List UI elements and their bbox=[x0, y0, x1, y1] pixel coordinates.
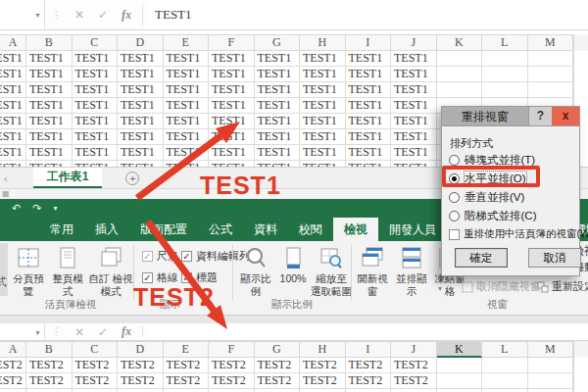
cell[interactable]: TEST1 bbox=[209, 145, 255, 161]
column-header-D[interactable]: D bbox=[118, 34, 164, 51]
cell[interactable]: TEST1 bbox=[346, 145, 392, 161]
ribbon-tab-0[interactable]: 常用 bbox=[39, 218, 84, 241]
sheet-tab[interactable]: 工作表1 bbox=[33, 168, 103, 188]
cell[interactable]: TEST1 bbox=[300, 82, 346, 98]
cell[interactable]: TEST1 bbox=[26, 67, 73, 82]
ribbon-tab-6[interactable]: 檢視 bbox=[333, 218, 378, 241]
column-header-F[interactable]: F bbox=[209, 34, 255, 51]
cell[interactable] bbox=[437, 373, 483, 389]
formula-bar[interactable]: TEST1 bbox=[147, 0, 588, 29]
cell[interactable] bbox=[528, 67, 574, 82]
cell[interactable]: TEST1 bbox=[209, 51, 255, 67]
column-header-M[interactable]: M bbox=[528, 34, 574, 51]
cell[interactable]: TEST1 bbox=[300, 145, 346, 161]
cancel-icon[interactable]: ✕ bbox=[68, 325, 91, 339]
cell[interactable] bbox=[437, 358, 483, 373]
cell[interactable]: TEST2 bbox=[300, 358, 346, 373]
cell[interactable]: TEST1 bbox=[73, 145, 119, 161]
cell[interactable]: TEST1 bbox=[26, 51, 73, 67]
column-header-J[interactable]: J bbox=[391, 34, 437, 51]
column-header-B[interactable]: B bbox=[26, 34, 73, 51]
cell[interactable]: TEST2 bbox=[164, 373, 210, 389]
cell[interactable] bbox=[437, 82, 483, 98]
column-header-G[interactable]: G bbox=[255, 341, 301, 358]
cell[interactable]: TEST1 bbox=[0, 98, 26, 114]
cell[interactable] bbox=[482, 82, 528, 98]
cell[interactable]: TEST1 bbox=[346, 98, 392, 114]
column-header-L[interactable]: L bbox=[482, 341, 528, 358]
page-break-preview-button[interactable]: 分頁預覽 bbox=[10, 245, 47, 297]
arrange-all-button[interactable]: 並排顯示 bbox=[393, 245, 430, 297]
ribbon-tab-4[interactable]: 資料 bbox=[243, 218, 288, 241]
cell[interactable]: TEST1 bbox=[209, 82, 255, 98]
arrange-option-3[interactable]: 階梯式並排(C) bbox=[449, 207, 536, 225]
cell[interactable]: TEST1 bbox=[255, 129, 301, 145]
cell[interactable]: TEST1 bbox=[73, 114, 119, 129]
cell[interactable]: TEST1 bbox=[0, 114, 26, 129]
cell[interactable]: TEST1 bbox=[26, 114, 73, 129]
cell[interactable]: TEST1 bbox=[391, 129, 437, 145]
cell[interactable]: TEST1 bbox=[118, 98, 164, 114]
cell[interactable]: TEST1 bbox=[346, 82, 392, 98]
sheet-grid-2[interactable]: ABCDEFGHIJKLMTEST2TEST2TEST2TEST2TEST2TE… bbox=[0, 341, 588, 392]
cell[interactable]: TEST2 bbox=[209, 373, 255, 389]
tab-nav-left-icon[interactable]: ‹ bbox=[0, 172, 14, 184]
column-header-D[interactable]: D bbox=[118, 341, 164, 358]
column-header-F[interactable]: F bbox=[209, 341, 255, 358]
cell[interactable]: TEST1 bbox=[209, 129, 255, 145]
cell[interactable]: TEST1 bbox=[164, 129, 210, 145]
close-icon[interactable]: x bbox=[552, 107, 579, 125]
ribbon-tab-5[interactable]: 校閱 bbox=[288, 218, 333, 241]
cell[interactable]: TEST2 bbox=[346, 358, 392, 373]
reset-window-position-item[interactable]: 重新設定視窗位置 bbox=[537, 279, 588, 294]
cell[interactable]: TEST1 bbox=[346, 114, 392, 129]
cell[interactable] bbox=[437, 51, 483, 67]
add-sheet-icon[interactable]: + bbox=[125, 172, 139, 185]
zoom-to-selection-button[interactable]: 縮放至 選取範圍 bbox=[310, 245, 353, 297]
ruler-checkbox[interactable]: ✓ 尺規 bbox=[142, 249, 178, 264]
ribbon-tab-3[interactable]: 公式 bbox=[198, 218, 243, 241]
cell[interactable]: TEST1 bbox=[391, 51, 437, 67]
insert-function-icon[interactable]: fx bbox=[115, 8, 138, 23]
cell[interactable]: TEST2 bbox=[164, 358, 210, 373]
column-header-H[interactable]: H bbox=[300, 341, 346, 358]
column-header-J[interactable]: J bbox=[391, 341, 437, 358]
cell[interactable]: TEST1 bbox=[118, 67, 164, 82]
cell[interactable]: TEST2 bbox=[73, 373, 119, 389]
cancel-button[interactable]: 取消 bbox=[528, 248, 581, 268]
cell[interactable]: TEST1 bbox=[300, 129, 346, 145]
cell[interactable]: TEST1 bbox=[391, 67, 437, 82]
cell[interactable] bbox=[482, 358, 528, 373]
name-box[interactable]: ▼ bbox=[0, 323, 45, 340]
column-header-A[interactable]: A bbox=[0, 341, 26, 358]
enter-icon[interactable]: ✓ bbox=[91, 325, 115, 339]
cell[interactable] bbox=[528, 51, 574, 67]
ribbon-tab-2[interactable]: 版面配置 bbox=[129, 218, 198, 241]
cell[interactable]: TEST2 bbox=[73, 358, 119, 373]
column-header-G[interactable]: G bbox=[255, 34, 301, 51]
cell[interactable]: TEST1 bbox=[0, 51, 26, 67]
cell[interactable]: TEST1 bbox=[346, 67, 392, 82]
cell[interactable]: TEST1 bbox=[255, 145, 301, 161]
cell[interactable]: TEST2 bbox=[391, 373, 437, 389]
cell[interactable]: TEST1 bbox=[346, 51, 392, 67]
cell[interactable]: TEST1 bbox=[73, 98, 119, 114]
cell[interactable]: TEST2 bbox=[26, 373, 73, 389]
column-header-H[interactable]: H bbox=[300, 34, 346, 51]
redo-icon[interactable]: ↷ bbox=[32, 202, 41, 215]
ok-button[interactable]: 確定 bbox=[455, 248, 508, 268]
cell[interactable]: TEST2 bbox=[346, 373, 392, 389]
cell[interactable]: TEST1 bbox=[209, 98, 255, 114]
cell[interactable] bbox=[528, 82, 574, 98]
cell[interactable] bbox=[528, 358, 574, 373]
cell[interactable]: TEST1 bbox=[73, 67, 119, 82]
cell[interactable]: TEST1 bbox=[164, 98, 210, 114]
dialog-title-bar[interactable]: 重排視窗 ? x bbox=[442, 107, 579, 126]
page-layout-button[interactable]: 整頁模式 bbox=[49, 245, 86, 297]
cell[interactable]: TEST1 bbox=[118, 114, 164, 129]
column-header-L[interactable]: L bbox=[482, 34, 528, 51]
radio-icon[interactable] bbox=[449, 211, 460, 221]
formula-bar[interactable] bbox=[147, 323, 588, 340]
column-header-I[interactable]: I bbox=[346, 341, 392, 358]
column-header-K[interactable]: K bbox=[437, 341, 483, 358]
